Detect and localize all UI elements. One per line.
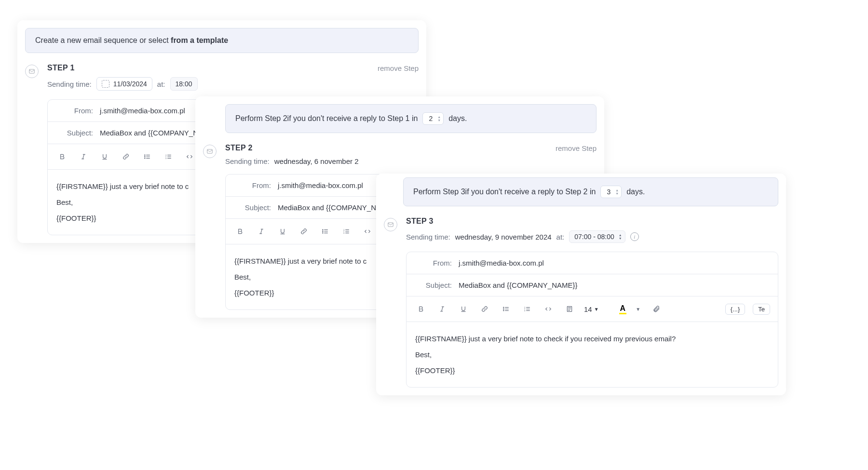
from-label: From: <box>56 107 93 115</box>
days-input[interactable]: 2 ▲▼ <box>422 112 444 125</box>
svg-line-18 <box>261 229 262 233</box>
svg-text:3: 3 <box>524 309 526 312</box>
italic-button[interactable] <box>77 150 90 163</box>
remove-step-link[interactable]: remove Step <box>556 144 597 152</box>
svg-point-24 <box>323 233 323 233</box>
from-label: From: <box>415 259 452 267</box>
sending-time-label: Sending time: <box>47 80 92 88</box>
link-button[interactable] <box>297 225 311 238</box>
mail-icon <box>25 65 39 78</box>
svg-line-1 <box>83 154 84 159</box>
calendar-icon <box>102 80 109 88</box>
variables-button[interactable]: {...} <box>725 304 746 315</box>
svg-point-5 <box>145 155 145 155</box>
template-banner[interactable]: Create a new email sequence or select fr… <box>25 28 419 53</box>
from-label: From: <box>234 181 271 189</box>
step-title: STEP 3 <box>406 217 434 226</box>
mail-icon <box>203 145 217 158</box>
link-button[interactable] <box>119 150 133 163</box>
underline-button[interactable] <box>276 225 289 238</box>
code-button[interactable] <box>361 225 374 238</box>
subject-label: Subject: <box>56 129 93 137</box>
mail-icon <box>384 218 397 231</box>
step-card-3: Perform Step 3if you don't receive a rep… <box>376 174 786 395</box>
bullet-list-button[interactable] <box>318 225 332 238</box>
numbered-list-button[interactable]: 123 <box>162 150 175 163</box>
svg-rect-17 <box>207 149 213 153</box>
svg-point-41 <box>503 310 504 311</box>
link-button[interactable] <box>478 302 491 316</box>
svg-point-7 <box>145 158 145 159</box>
banner-text: Create a new email sequence or select fr… <box>35 36 228 45</box>
sending-time-value: wednesday, 9 november 2024 <box>455 233 552 241</box>
svg-rect-34 <box>388 223 393 227</box>
sending-time-label: Sending time: <box>406 233 450 241</box>
numbered-list-button[interactable]: 123 <box>339 225 353 238</box>
days-input[interactable]: 3 ▲▼ <box>600 186 622 198</box>
time-range-select[interactable]: 07:00 - 08:00 ▲▼ <box>569 230 625 243</box>
step-title: STEP 2 <box>225 144 253 152</box>
bold-button[interactable] <box>414 302 428 316</box>
sending-time-label: Sending time: <box>225 157 270 165</box>
template-button[interactable]: Te <box>753 304 770 315</box>
svg-rect-0 <box>29 69 35 73</box>
color-dropdown-button[interactable]: ▼ <box>634 302 642 316</box>
svg-point-6 <box>145 156 145 157</box>
bullet-list-button[interactable] <box>140 150 154 163</box>
code-button[interactable] <box>542 302 555 316</box>
bold-button[interactable] <box>55 150 69 163</box>
underline-button[interactable] <box>98 150 111 163</box>
remove-step-link[interactable]: remove Step <box>378 64 419 72</box>
bullet-list-button[interactable] <box>499 302 513 316</box>
text-color-button[interactable]: A <box>619 304 627 314</box>
at-label: at: <box>556 233 565 241</box>
condition-banner: Perform Step 3if you don't receive a rep… <box>403 177 778 206</box>
doc-button[interactable] <box>563 302 576 316</box>
svg-text:3: 3 <box>343 232 345 234</box>
editor-body[interactable]: {{FIRSTNAME}} just a very brief note to … <box>407 322 778 387</box>
attachment-button[interactable] <box>650 302 663 316</box>
from-value[interactable]: j.smith@media-box.com.pl <box>459 259 544 267</box>
svg-text:3: 3 <box>165 157 167 160</box>
editor-toolbar: 123 14▼ A ▼ {...} Te <box>407 296 778 322</box>
svg-point-39 <box>503 307 504 308</box>
bold-button[interactable] <box>233 225 247 238</box>
time-input[interactable]: 18:00 <box>170 77 198 91</box>
from-value[interactable]: j.smith@media-box.com.pl <box>278 181 363 189</box>
subject-label: Subject: <box>415 281 452 289</box>
date-input[interactable]: 11/03/2024 <box>96 77 152 91</box>
step-title: STEP 1 <box>47 64 75 72</box>
underline-button[interactable] <box>457 302 470 316</box>
svg-point-23 <box>323 231 323 231</box>
svg-point-40 <box>503 309 504 309</box>
font-size-select[interactable]: 14▼ <box>584 305 599 313</box>
info-icon[interactable]: i <box>630 232 639 241</box>
email-editor: From: j.smith@media-box.com.pl Subject: … <box>406 252 778 388</box>
svg-point-22 <box>323 229 323 230</box>
italic-button[interactable] <box>435 302 449 316</box>
at-label: at: <box>157 80 165 88</box>
subject-value[interactable]: MediaBox and {{COMPANY_NAME}} <box>459 281 578 289</box>
code-button[interactable] <box>183 150 196 163</box>
condition-banner: Perform Step 2if you don't receive a rep… <box>225 104 597 133</box>
from-value[interactable]: j.smith@media-box.com.pl <box>100 107 185 115</box>
numbered-list-button[interactable]: 123 <box>520 302 534 316</box>
italic-button[interactable] <box>255 225 268 238</box>
sending-time-value: wednesday, 6 november 2 <box>274 157 359 165</box>
subject-label: Subject: <box>234 203 271 212</box>
svg-line-35 <box>442 307 443 311</box>
